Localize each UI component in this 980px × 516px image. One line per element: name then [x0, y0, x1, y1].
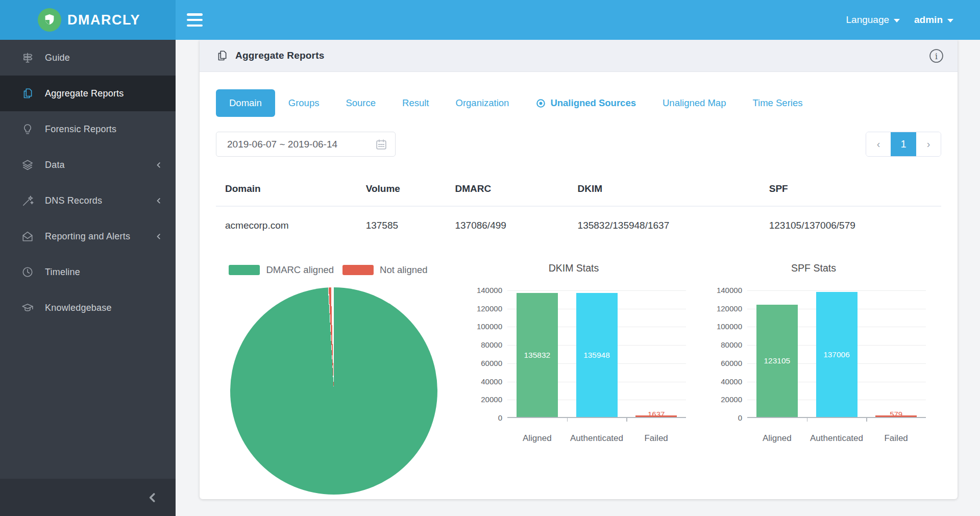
tab-label: Organization: [456, 97, 509, 109]
legend-item-not-aligned[interactable]: Not aligned: [342, 264, 428, 276]
date-range-input[interactable]: 2019-06-07 ~ 2019-06-14: [216, 132, 396, 157]
x-axis-label: Authenticated: [567, 433, 627, 444]
bar-authenticated: 137006: [816, 292, 857, 417]
tab-unaligned-sources[interactable]: Unaligned Sources: [522, 89, 649, 117]
sidebar-item-reporting-and-alerts[interactable]: Reporting and Alerts: [0, 218, 176, 254]
tab-domain[interactable]: Domain: [216, 89, 275, 117]
sidebar-item-label: DNS Records: [45, 195, 154, 206]
chevron-left-icon: [154, 160, 163, 169]
tab-label: Unaligned Sources: [550, 97, 636, 109]
table-header-dmarc: DMARC: [446, 183, 568, 194]
copy-icon: [21, 87, 34, 100]
sidebar-item-knowledgebase[interactable]: Knowledgebase: [0, 290, 176, 326]
domain-report-table: DomainVolumeDMARCDKIMSPFacmecorp.com1375…: [216, 176, 941, 244]
page-prev-button[interactable]: ‹: [866, 132, 891, 156]
gridline: [507, 290, 686, 291]
sidebar-item-guide[interactable]: Guide: [0, 40, 176, 76]
chevron-left-icon: [154, 196, 163, 205]
tab-groups[interactable]: Groups: [275, 89, 333, 117]
y-axis-label: 40000: [697, 377, 742, 386]
bar-value-label: 579: [866, 410, 926, 419]
sidebar-item-label: Aggregate Reports: [45, 88, 163, 99]
x-axis-tick: [567, 418, 568, 422]
tab-unaligned-map[interactable]: Unaligned Map: [649, 89, 739, 117]
language-menu[interactable]: Language: [846, 14, 900, 26]
x-axis-label: Aligned: [507, 433, 567, 444]
tab-label: Unaligned Map: [663, 97, 726, 109]
brand-logo[interactable]: DMARCLY: [0, 0, 176, 40]
lightbulb-icon: [21, 123, 34, 135]
report-tabs: DomainGroupsSourceResultOrganizationUnal…: [216, 89, 941, 117]
tab-source[interactable]: Source: [332, 89, 389, 117]
sidebar-item-label: Timeline: [45, 267, 163, 278]
table-header-volume: Volume: [357, 183, 446, 194]
tab-time-series[interactable]: Time Series: [739, 89, 816, 117]
dkim-stats-chart: DKIM Stats020000400006000080000100000120…: [461, 261, 686, 495]
chart-title: SPF Stats: [701, 262, 926, 274]
user-menu[interactable]: admin: [914, 14, 953, 26]
chevron-down-icon: [947, 19, 953, 22]
sidebar-item-dns-records[interactable]: DNS Records: [0, 183, 176, 218]
sidebar-item-label: Reporting and Alerts: [45, 231, 154, 242]
x-axis-labels: AlignedAuthenticatedFailed: [507, 433, 686, 444]
controls-row: 2019-06-07 ~ 2019-06-14 ‹ 1 ›: [216, 132, 941, 157]
sidebar-item-aggregate-reports[interactable]: Aggregate Reports: [0, 76, 176, 111]
x-axis-tick: [626, 418, 627, 422]
bar-value-label: 137006: [823, 350, 850, 359]
info-icon[interactable]: i: [928, 48, 944, 64]
page-next-button[interactable]: ›: [916, 132, 941, 156]
sidebar-item-forensic-reports[interactable]: Forensic Reports: [0, 111, 176, 147]
chart-plot: 0200004000060000800001000001200001400001…: [747, 290, 926, 418]
bar-value-label: 123105: [764, 356, 790, 365]
sidebar-collapse-button[interactable]: [0, 479, 176, 516]
legend-label: DMARC aligned: [266, 264, 334, 276]
topbar-right: Language admin: [846, 14, 954, 26]
language-label: Language: [846, 14, 890, 26]
bar-value-label: 135948: [583, 351, 610, 360]
dmarcly-shield-icon: [38, 8, 61, 32]
clock-icon: [21, 266, 34, 278]
spf-stats-chart: SPF Stats0200004000060000800001000001200…: [701, 261, 926, 495]
table-row[interactable]: acmecorp.com137585137086/499135832/13594…: [216, 207, 941, 244]
legend-item-dmarc-aligned[interactable]: DMARC aligned: [229, 264, 334, 276]
table-cell: 123105/137006/579: [760, 220, 941, 231]
signpost-icon: [21, 52, 34, 64]
user-label: admin: [914, 14, 943, 26]
page-number-button[interactable]: 1: [891, 132, 916, 156]
aggregate-reports-card: Aggregate Reports i DomainGroupsSourceRe…: [200, 40, 958, 499]
y-axis-label: 20000: [697, 395, 742, 404]
bar-authenticated: 135948: [576, 293, 618, 417]
menu-toggle-button[interactable]: [187, 12, 203, 28]
y-axis-label: 40000: [457, 377, 502, 386]
legend-swatch: [229, 265, 260, 275]
layers-icon: [21, 159, 34, 171]
table-header-domain: Domain: [216, 183, 357, 194]
dmarc-pie-block: DMARC alignedNot aligned: [216, 261, 440, 495]
x-axis-tick: [807, 418, 808, 422]
table-header-row: DomainVolumeDMARCDKIMSPF: [216, 176, 941, 202]
chart-title: DKIM Stats: [461, 262, 686, 274]
y-axis-label: 80000: [697, 340, 742, 349]
target-icon: [535, 98, 546, 109]
tab-organization[interactable]: Organization: [443, 89, 523, 117]
calendar-icon: [375, 138, 388, 151]
tab-result[interactable]: Result: [389, 89, 442, 117]
sidebar: GuideAggregate ReportsForensic ReportsDa…: [0, 40, 176, 516]
tab-label: Groups: [288, 97, 320, 109]
sidebar-item-timeline[interactable]: Timeline: [0, 254, 176, 290]
table-header-spf: SPF: [760, 183, 941, 194]
x-axis-tick: [866, 418, 867, 422]
y-axis-label: 20000: [457, 395, 502, 404]
bar-failed: [635, 415, 677, 417]
y-axis-label: 120000: [457, 304, 502, 313]
sidebar-item-data[interactable]: Data: [0, 147, 176, 183]
bar-value-label: 1637: [626, 410, 686, 419]
chevron-down-icon: [894, 19, 900, 22]
sidebar-nav: GuideAggregate ReportsForensic ReportsDa…: [0, 40, 176, 326]
sidebar-item-label: Forensic Reports: [45, 124, 163, 135]
x-axis-label: Aligned: [747, 433, 807, 444]
table-cell: 137585: [357, 220, 446, 231]
svg-text:i: i: [935, 51, 938, 61]
main-area: Aggregate Reports i DomainGroupsSourceRe…: [176, 40, 980, 516]
y-axis-label: 100000: [697, 322, 742, 331]
